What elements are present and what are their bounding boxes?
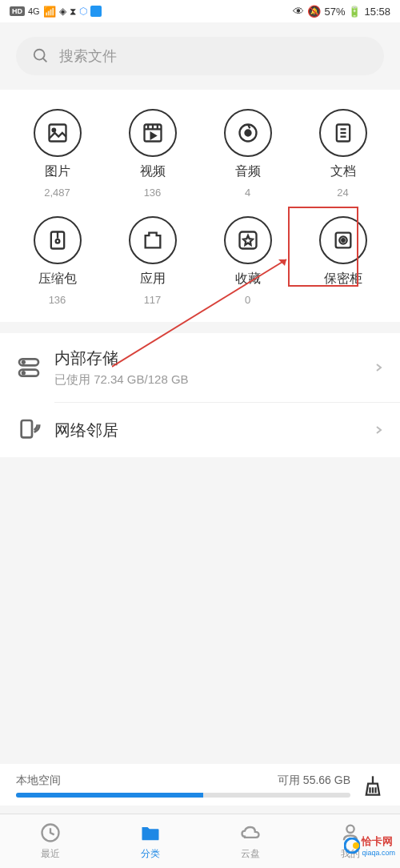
category-audio[interactable]: 音频 4 (212, 109, 284, 199)
search-input[interactable]: 搜索文件 (16, 37, 384, 75)
chevron-right-icon (374, 363, 384, 372)
hd-badge: HD (10, 6, 25, 16)
zip-icon (46, 229, 69, 251)
network-neighbor-item[interactable]: 网络邻居 (0, 403, 400, 457)
nav-category[interactable]: 分类 (139, 822, 162, 861)
battery-percent: 57% (324, 6, 345, 18)
category-secure[interactable]: 保密柜 (307, 216, 379, 306)
battery-icon: 🔋 (348, 6, 361, 18)
hexagon-icon: ⬡ (79, 6, 87, 17)
star-icon (237, 229, 259, 251)
svg-line-1 (43, 58, 47, 62)
category-videos[interactable]: 视频 136 (117, 109, 189, 199)
local-space-available: 可用 55.66 GB (278, 774, 350, 788)
wifi-icon: ◈ (59, 6, 66, 17)
folder-icon (139, 822, 162, 844)
svg-point-27 (22, 372, 25, 374)
category-apps[interactable]: 应用 117 (117, 216, 189, 306)
category-favorites[interactable]: 收藏 0 (212, 216, 284, 306)
eye-icon: 👁 (293, 5, 304, 18)
search-placeholder: 搜索文件 (59, 46, 117, 66)
status-left: HD 4G 📶 ◈ ⧗ ⬡ (10, 6, 102, 18)
image-icon (46, 122, 69, 144)
search-icon (32, 47, 50, 65)
category-images[interactable]: 图片 2,487 (22, 109, 94, 199)
bottom-nav: 最近 分类 云盘 我的 (0, 814, 400, 868)
nav-cloud[interactable]: 云盘 (239, 822, 262, 861)
svg-point-18 (55, 239, 59, 243)
storage-list: 内部存储 已使用 72.34 GB/128 GB 网络邻居 (0, 333, 400, 457)
category-grid: 图片 2,487 视频 136 音频 4 文档 24 压缩包 136 应用 11… (0, 90, 400, 322)
safe-icon (332, 229, 354, 251)
signal-icon: 📶 (43, 6, 56, 18)
chevron-right-icon (374, 425, 384, 435)
network-icon (16, 417, 42, 443)
svg-point-0 (34, 50, 45, 60)
local-space-title: 本地空间 (16, 774, 61, 788)
svg-point-3 (52, 129, 55, 132)
svg-point-35 (353, 842, 359, 849)
svg-point-10 (245, 131, 250, 136)
local-space-bar[interactable]: 本地空间 可用 55.66 GB (0, 764, 400, 806)
app-indicator-icon (90, 6, 102, 17)
cleanup-icon[interactable] (362, 774, 384, 797)
nav-recent[interactable]: 最近 (39, 822, 62, 861)
svg-point-33 (346, 826, 354, 833)
category-archives[interactable]: 压缩包 136 (22, 216, 94, 306)
storage-progress (16, 793, 350, 798)
watermark: 恰卡网 qiaqa.com (344, 834, 395, 857)
storage-icon (16, 355, 42, 380)
watermark-logo-icon (344, 838, 360, 854)
status-right: 👁 🔕 57% 🔋 15:58 (293, 5, 390, 18)
clock-icon (39, 822, 62, 844)
cloud-icon (239, 822, 262, 844)
app-icon (142, 229, 164, 251)
category-docs[interactable]: 文档 24 (307, 109, 379, 199)
internal-storage-item[interactable]: 内部存储 已使用 72.34 GB/128 GB (0, 333, 400, 402)
network-indicator: 4G (28, 6, 40, 16)
storage-progress-fill (16, 793, 203, 798)
hourglass-icon: ⧗ (70, 6, 76, 17)
status-bar: HD 4G 📶 ◈ ⧗ ⬡ 👁 🔕 57% 🔋 15:58 (0, 0, 400, 22)
video-icon (142, 122, 164, 144)
bell-mute-icon: 🔕 (307, 5, 321, 18)
audio-icon (237, 122, 259, 144)
document-icon (332, 122, 354, 144)
status-time: 15:58 (364, 6, 390, 18)
svg-rect-28 (22, 420, 32, 437)
svg-point-26 (22, 361, 25, 364)
svg-point-22 (342, 239, 345, 242)
